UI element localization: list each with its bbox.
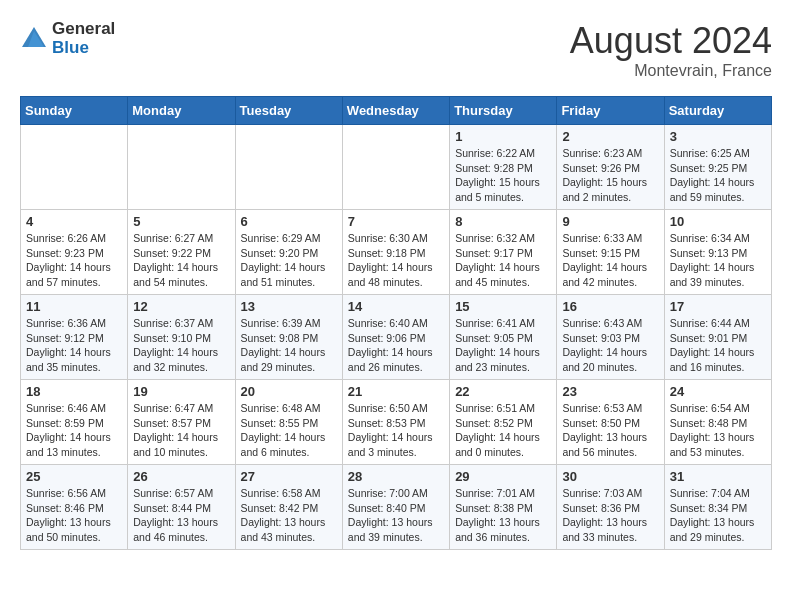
- cell-info: Sunrise: 7:00 AM Sunset: 8:40 PM Dayligh…: [348, 486, 444, 545]
- logo: General Blue: [20, 20, 115, 57]
- day-number: 16: [562, 299, 658, 314]
- days-of-week-row: Sunday Monday Tuesday Wednesday Thursday…: [21, 97, 772, 125]
- cell-info: Sunrise: 7:01 AM Sunset: 8:38 PM Dayligh…: [455, 486, 551, 545]
- cell-info: Sunrise: 6:57 AM Sunset: 8:44 PM Dayligh…: [133, 486, 229, 545]
- cell-info: Sunrise: 6:32 AM Sunset: 9:17 PM Dayligh…: [455, 231, 551, 290]
- cell-info: Sunrise: 6:37 AM Sunset: 9:10 PM Dayligh…: [133, 316, 229, 375]
- col-monday: Monday: [128, 97, 235, 125]
- day-number: 28: [348, 469, 444, 484]
- day-number: 7: [348, 214, 444, 229]
- day-number: 10: [670, 214, 766, 229]
- logo-icon: [20, 25, 48, 53]
- table-cell: 30Sunrise: 7:03 AM Sunset: 8:36 PM Dayli…: [557, 465, 664, 550]
- cell-info: Sunrise: 6:46 AM Sunset: 8:59 PM Dayligh…: [26, 401, 122, 460]
- week-row-2: 4Sunrise: 6:26 AM Sunset: 9:23 PM Daylig…: [21, 210, 772, 295]
- cell-info: Sunrise: 6:22 AM Sunset: 9:28 PM Dayligh…: [455, 146, 551, 205]
- table-cell: 8Sunrise: 6:32 AM Sunset: 9:17 PM Daylig…: [450, 210, 557, 295]
- table-cell: 18Sunrise: 6:46 AM Sunset: 8:59 PM Dayli…: [21, 380, 128, 465]
- cell-info: Sunrise: 6:50 AM Sunset: 8:53 PM Dayligh…: [348, 401, 444, 460]
- day-number: 12: [133, 299, 229, 314]
- day-number: 3: [670, 129, 766, 144]
- table-cell: 4Sunrise: 6:26 AM Sunset: 9:23 PM Daylig…: [21, 210, 128, 295]
- cell-info: Sunrise: 6:44 AM Sunset: 9:01 PM Dayligh…: [670, 316, 766, 375]
- calendar-table: Sunday Monday Tuesday Wednesday Thursday…: [20, 96, 772, 550]
- col-sunday: Sunday: [21, 97, 128, 125]
- cell-info: Sunrise: 6:47 AM Sunset: 8:57 PM Dayligh…: [133, 401, 229, 460]
- day-number: 20: [241, 384, 337, 399]
- day-number: 1: [455, 129, 551, 144]
- table-cell: [21, 125, 128, 210]
- day-number: 5: [133, 214, 229, 229]
- table-cell: [128, 125, 235, 210]
- table-cell: 2Sunrise: 6:23 AM Sunset: 9:26 PM Daylig…: [557, 125, 664, 210]
- table-cell: [342, 125, 449, 210]
- table-cell: 7Sunrise: 6:30 AM Sunset: 9:18 PM Daylig…: [342, 210, 449, 295]
- table-cell: 10Sunrise: 6:34 AM Sunset: 9:13 PM Dayli…: [664, 210, 771, 295]
- week-row-5: 25Sunrise: 6:56 AM Sunset: 8:46 PM Dayli…: [21, 465, 772, 550]
- cell-info: Sunrise: 6:56 AM Sunset: 8:46 PM Dayligh…: [26, 486, 122, 545]
- day-number: 6: [241, 214, 337, 229]
- page-header: General Blue August 2024 Montevrain, Fra…: [20, 20, 772, 80]
- day-number: 30: [562, 469, 658, 484]
- day-number: 26: [133, 469, 229, 484]
- day-number: 18: [26, 384, 122, 399]
- table-cell: 24Sunrise: 6:54 AM Sunset: 8:48 PM Dayli…: [664, 380, 771, 465]
- cell-info: Sunrise: 6:40 AM Sunset: 9:06 PM Dayligh…: [348, 316, 444, 375]
- col-thursday: Thursday: [450, 97, 557, 125]
- table-cell: 17Sunrise: 6:44 AM Sunset: 9:01 PM Dayli…: [664, 295, 771, 380]
- table-cell: 20Sunrise: 6:48 AM Sunset: 8:55 PM Dayli…: [235, 380, 342, 465]
- table-cell: 25Sunrise: 6:56 AM Sunset: 8:46 PM Dayli…: [21, 465, 128, 550]
- cell-info: Sunrise: 6:51 AM Sunset: 8:52 PM Dayligh…: [455, 401, 551, 460]
- col-wednesday: Wednesday: [342, 97, 449, 125]
- day-number: 2: [562, 129, 658, 144]
- day-number: 4: [26, 214, 122, 229]
- cell-info: Sunrise: 6:36 AM Sunset: 9:12 PM Dayligh…: [26, 316, 122, 375]
- table-cell: 14Sunrise: 6:40 AM Sunset: 9:06 PM Dayli…: [342, 295, 449, 380]
- cell-info: Sunrise: 6:41 AM Sunset: 9:05 PM Dayligh…: [455, 316, 551, 375]
- day-number: 15: [455, 299, 551, 314]
- cell-info: Sunrise: 6:53 AM Sunset: 8:50 PM Dayligh…: [562, 401, 658, 460]
- title-block: August 2024 Montevrain, France: [570, 20, 772, 80]
- logo-general-text: General: [52, 20, 115, 39]
- day-number: 13: [241, 299, 337, 314]
- day-number: 27: [241, 469, 337, 484]
- location-subtitle: Montevrain, France: [570, 62, 772, 80]
- week-row-4: 18Sunrise: 6:46 AM Sunset: 8:59 PM Dayli…: [21, 380, 772, 465]
- table-cell: 26Sunrise: 6:57 AM Sunset: 8:44 PM Dayli…: [128, 465, 235, 550]
- cell-info: Sunrise: 6:25 AM Sunset: 9:25 PM Dayligh…: [670, 146, 766, 205]
- table-cell: 6Sunrise: 6:29 AM Sunset: 9:20 PM Daylig…: [235, 210, 342, 295]
- cell-info: Sunrise: 7:03 AM Sunset: 8:36 PM Dayligh…: [562, 486, 658, 545]
- table-cell: 13Sunrise: 6:39 AM Sunset: 9:08 PM Dayli…: [235, 295, 342, 380]
- day-number: 24: [670, 384, 766, 399]
- table-cell: 5Sunrise: 6:27 AM Sunset: 9:22 PM Daylig…: [128, 210, 235, 295]
- month-year-title: August 2024: [570, 20, 772, 62]
- cell-info: Sunrise: 6:27 AM Sunset: 9:22 PM Dayligh…: [133, 231, 229, 290]
- day-number: 9: [562, 214, 658, 229]
- day-number: 8: [455, 214, 551, 229]
- day-number: 25: [26, 469, 122, 484]
- calendar-body: 1Sunrise: 6:22 AM Sunset: 9:28 PM Daylig…: [21, 125, 772, 550]
- table-cell: 3Sunrise: 6:25 AM Sunset: 9:25 PM Daylig…: [664, 125, 771, 210]
- day-number: 17: [670, 299, 766, 314]
- col-saturday: Saturday: [664, 97, 771, 125]
- cell-info: Sunrise: 7:04 AM Sunset: 8:34 PM Dayligh…: [670, 486, 766, 545]
- table-cell: 27Sunrise: 6:58 AM Sunset: 8:42 PM Dayli…: [235, 465, 342, 550]
- cell-info: Sunrise: 6:33 AM Sunset: 9:15 PM Dayligh…: [562, 231, 658, 290]
- table-cell: 29Sunrise: 7:01 AM Sunset: 8:38 PM Dayli…: [450, 465, 557, 550]
- day-number: 11: [26, 299, 122, 314]
- day-number: 19: [133, 384, 229, 399]
- cell-info: Sunrise: 6:34 AM Sunset: 9:13 PM Dayligh…: [670, 231, 766, 290]
- cell-info: Sunrise: 6:29 AM Sunset: 9:20 PM Dayligh…: [241, 231, 337, 290]
- table-cell: 16Sunrise: 6:43 AM Sunset: 9:03 PM Dayli…: [557, 295, 664, 380]
- table-cell: 11Sunrise: 6:36 AM Sunset: 9:12 PM Dayli…: [21, 295, 128, 380]
- week-row-3: 11Sunrise: 6:36 AM Sunset: 9:12 PM Dayli…: [21, 295, 772, 380]
- cell-info: Sunrise: 6:43 AM Sunset: 9:03 PM Dayligh…: [562, 316, 658, 375]
- table-cell: 31Sunrise: 7:04 AM Sunset: 8:34 PM Dayli…: [664, 465, 771, 550]
- cell-info: Sunrise: 6:30 AM Sunset: 9:18 PM Dayligh…: [348, 231, 444, 290]
- col-friday: Friday: [557, 97, 664, 125]
- table-cell: 23Sunrise: 6:53 AM Sunset: 8:50 PM Dayli…: [557, 380, 664, 465]
- col-tuesday: Tuesday: [235, 97, 342, 125]
- day-number: 23: [562, 384, 658, 399]
- week-row-1: 1Sunrise: 6:22 AM Sunset: 9:28 PM Daylig…: [21, 125, 772, 210]
- cell-info: Sunrise: 6:26 AM Sunset: 9:23 PM Dayligh…: [26, 231, 122, 290]
